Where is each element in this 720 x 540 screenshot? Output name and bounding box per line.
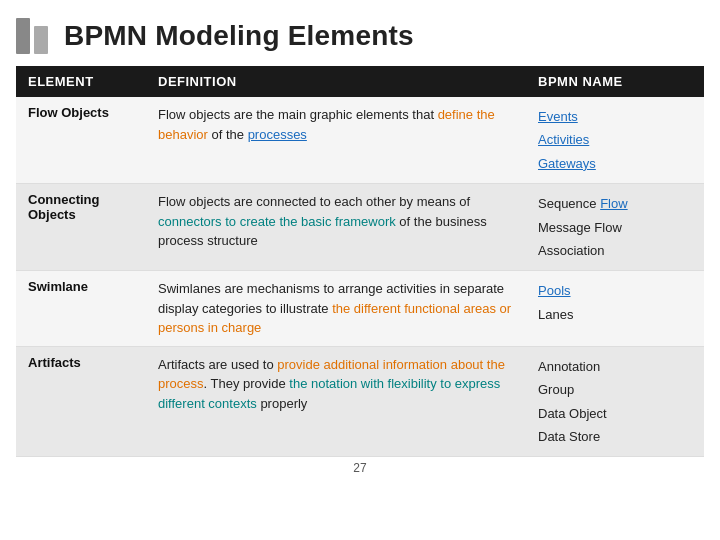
- highlight-connectors: connectors to create the basic framework: [158, 214, 396, 229]
- bpmn-lanes: Lanes: [538, 307, 573, 322]
- header: BPMN Modeling Elements: [0, 0, 720, 66]
- bpmn-annotation: Annotation: [538, 359, 600, 374]
- header-icon: [16, 18, 48, 54]
- table-row: Artifacts Artifacts are used to provide …: [16, 346, 704, 457]
- element-connecting-objects: ConnectingObjects: [16, 184, 146, 271]
- table-row: Swimlane Swimlanes are mechanisms to arr…: [16, 271, 704, 347]
- table-header-row: ELEMENT DEFINITION BPMN NAME: [16, 66, 704, 97]
- definition-swimlane: Swimlanes are mechanisms to arrange acti…: [146, 271, 526, 347]
- element-swimlane: Swimlane: [16, 271, 146, 347]
- col-element: ELEMENT: [16, 66, 146, 97]
- elements-table: ELEMENT DEFINITION BPMN NAME Flow Object…: [16, 66, 704, 457]
- definition-flow-objects: Flow objects are the main graphic elemen…: [146, 97, 526, 184]
- table-row: ConnectingObjects Flow objects are conne…: [16, 184, 704, 271]
- bpmn-sequence-flow[interactable]: Flow: [600, 196, 627, 211]
- icon-bar-2: [34, 26, 48, 54]
- bpmn-message-flow: Message Flow: [538, 220, 622, 235]
- table-row: Flow Objects Flow objects are the main g…: [16, 97, 704, 184]
- highlight-functional: the different functional areas or person…: [158, 301, 511, 336]
- definition-artifacts: Artifacts are used to provide additional…: [146, 346, 526, 457]
- bpmn-names-connecting-objects: Sequence Flow Message Flow Association: [526, 184, 704, 271]
- col-bpmn-name: BPMN NAME: [526, 66, 704, 97]
- definition-connecting-objects: Flow objects are connected to each other…: [146, 184, 526, 271]
- bpmn-names-artifacts: Annotation Group Data Object Data Store: [526, 346, 704, 457]
- bpmn-events[interactable]: Events: [538, 109, 578, 124]
- bpmn-activities[interactable]: Activities: [538, 132, 589, 147]
- bpmn-names-flow-objects: Events Activities Gateways: [526, 97, 704, 184]
- page: BPMN Modeling Elements ELEMENT DEFINITIO…: [0, 0, 720, 540]
- bpmn-data-object: Data Object: [538, 406, 607, 421]
- link-processes[interactable]: processes: [248, 127, 307, 142]
- element-artifacts: Artifacts: [16, 346, 146, 457]
- footer-page-number: 27: [16, 457, 704, 481]
- bpmn-pools[interactable]: Pools: [538, 283, 571, 298]
- highlight-notation: the notation with flexibility to express…: [158, 376, 500, 411]
- highlight-define: define the behavior: [158, 107, 495, 142]
- bpmn-gateways[interactable]: Gateways: [538, 156, 596, 171]
- bpmn-association: Association: [538, 243, 604, 258]
- bpmn-names-swimlane: Pools Lanes: [526, 271, 704, 347]
- table-container: ELEMENT DEFINITION BPMN NAME Flow Object…: [0, 66, 720, 540]
- bpmn-data-store: Data Store: [538, 429, 600, 444]
- page-title: BPMN Modeling Elements: [64, 20, 414, 52]
- element-flow-objects: Flow Objects: [16, 97, 146, 184]
- col-definition: DEFINITION: [146, 66, 526, 97]
- icon-bar-1: [16, 18, 30, 54]
- bpmn-group: Group: [538, 382, 574, 397]
